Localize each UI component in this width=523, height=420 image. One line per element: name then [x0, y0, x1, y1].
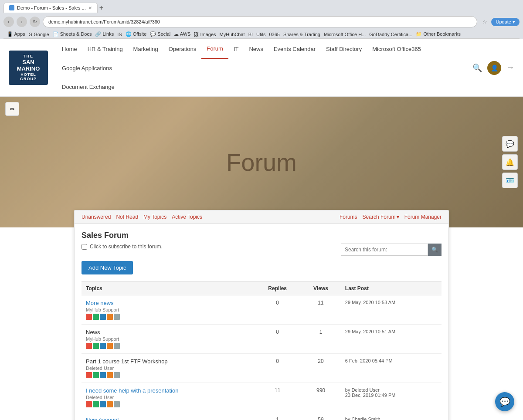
bookmark-msoffice[interactable]: Microsoft Office H...: [324, 31, 366, 37]
bookmark-sheets[interactable]: 📄 Sheets & Docs: [53, 31, 92, 37]
nav-it[interactable]: IT: [228, 40, 244, 58]
topic-last-post: 29 May, 2020 10:51 AM: [341, 325, 441, 354]
bookmark-utils[interactable]: Utils: [256, 31, 265, 37]
search-forum-link[interactable]: Search Forum ▾: [363, 214, 399, 220]
bookmark-images[interactable]: 🖼 Images: [194, 31, 216, 37]
topic-action-icon[interactable]: [100, 314, 106, 320]
topic-link[interactable]: I need some help with a presentation: [86, 387, 178, 394]
bookmark-shares[interactable]: Shares & Trading: [283, 31, 320, 37]
chat-fab[interactable]: 💬: [495, 392, 514, 411]
topic-action-icon[interactable]: [114, 401, 120, 407]
nav-hr[interactable]: HR & Training: [82, 40, 128, 58]
topic-replies: 0: [254, 354, 301, 383]
bookmark-offsite[interactable]: 🌐 Offsite: [126, 31, 147, 37]
bookmark-google[interactable]: G Google: [29, 31, 49, 37]
logout-icon[interactable]: →: [506, 63, 514, 72]
nav-document-exchange[interactable]: Document Exchange: [57, 78, 120, 96]
not-read-link[interactable]: Not Read: [116, 214, 138, 220]
bookmark-0365[interactable]: 0365: [269, 31, 279, 37]
topic-action-icon[interactable]: [107, 401, 113, 407]
nav-news[interactable]: News: [244, 40, 268, 58]
bookmark-icon[interactable]: ☆: [480, 17, 489, 27]
forums-breadcrumb-link[interactable]: Forums: [340, 214, 357, 220]
nav-events[interactable]: Events Calendar: [268, 40, 321, 58]
topic-action-icon[interactable]: [86, 343, 92, 349]
topic-author: MyHub Support: [86, 307, 250, 312]
nav-office365[interactable]: Microsoft Office365: [367, 40, 426, 58]
topic-action-icon[interactable]: [86, 401, 92, 407]
forum-manager-link[interactable]: Forum Manager: [404, 214, 441, 220]
topic-action-icon[interactable]: [114, 343, 120, 349]
logo-area[interactable]: THE SAN MARINO HOTEL GROUP: [9, 47, 48, 89]
logo-box: THE SAN MARINO HOTEL GROUP: [9, 51, 48, 85]
table-row: I need some help with a presentationDele…: [82, 383, 441, 412]
unanswered-link[interactable]: Unanswered: [82, 214, 111, 220]
topic-action-icon[interactable]: [86, 372, 92, 378]
nav-forum[interactable]: Forum: [201, 39, 228, 59]
active-topics-link[interactable]: Active Topics: [172, 214, 202, 220]
subscribe-row: Click to subscribe to this forum.: [82, 244, 163, 250]
subscribe-checkbox[interactable]: [82, 244, 87, 250]
back-button[interactable]: ‹: [3, 17, 14, 27]
new-tab-button[interactable]: +: [99, 4, 103, 12]
topic-action-icon[interactable]: [107, 343, 113, 349]
topic-author: Deleted User: [86, 395, 250, 400]
topic-action-icon[interactable]: [114, 314, 120, 320]
bookmark-is[interactable]: IS: [117, 31, 122, 37]
edit-button[interactable]: ✏: [5, 102, 19, 116]
add-new-topic-button-top[interactable]: Add New Topic: [82, 261, 133, 274]
forward-button[interactable]: ›: [17, 17, 27, 27]
id-card-icon[interactable]: 🪪: [502, 173, 518, 188]
topic-action-icon[interactable]: [86, 314, 92, 320]
topic-last-post: by Deleted User23 Dec, 2019 01:49 PM: [341, 383, 441, 412]
topic-action-icon[interactable]: [100, 401, 106, 407]
chat-icon[interactable]: 💬: [502, 136, 518, 152]
bookmark-bi[interactable]: BI: [248, 31, 253, 37]
topic-author: Deleted User: [86, 366, 250, 371]
bookmark-links[interactable]: 🔗 Links: [95, 31, 114, 37]
subscribe-label: Click to subscribe to this forum.: [90, 244, 163, 250]
nav-google-apps[interactable]: Google Applications: [57, 59, 117, 78]
nav-operations[interactable]: Operations: [163, 40, 202, 58]
last-post-col-header: Last Post: [341, 282, 441, 295]
forum-search-input[interactable]: [341, 244, 428, 256]
bookmark-myhubchat[interactable]: MyHubChat: [220, 31, 245, 37]
forum-search-button[interactable]: 🔍: [428, 244, 441, 256]
topic-action-icon[interactable]: [93, 401, 99, 407]
nav-marketing[interactable]: Marketing: [128, 40, 163, 58]
bookmark-other[interactable]: 📁 Other Bookmarks: [416, 31, 461, 37]
table-row: NewsMyHub Support0129 May, 2020 10:51 AM: [82, 325, 441, 354]
topic-views: 11: [301, 295, 341, 325]
my-topics-link[interactable]: My Topics: [143, 214, 166, 220]
tab-title: Demo - Forum - Sales - Sales ...: [17, 5, 86, 10]
bookmark-social[interactable]: 💬 Social: [150, 31, 170, 37]
bookmark-godaddy-cert[interactable]: GoDaddy Certifica...: [369, 31, 412, 37]
topic-action-icon[interactable]: [93, 314, 99, 320]
header-icons: 🔍 👤 →: [472, 61, 514, 75]
address-bar[interactable]: [43, 16, 477, 27]
topic-action-icon[interactable]: [100, 343, 106, 349]
topic-action-icon[interactable]: [100, 372, 106, 378]
topic-action-icon[interactable]: [93, 372, 99, 378]
topic-action-icon[interactable]: [107, 372, 113, 378]
search-icon[interactable]: 🔍: [472, 63, 482, 73]
topic-action-icon[interactable]: [93, 343, 99, 349]
topic-icons: [86, 401, 250, 407]
refresh-button[interactable]: ↻: [30, 17, 40, 27]
nav-home[interactable]: Home: [57, 40, 82, 58]
topic-link[interactable]: New Account: [86, 417, 119, 420]
bookmark-apps[interactable]: 📱 Apps: [7, 31, 25, 37]
tab-close-icon[interactable]: ✕: [88, 6, 92, 10]
update-button[interactable]: Update ▾: [491, 18, 520, 26]
topic-link[interactable]: More news: [86, 300, 114, 306]
topic-action-icon[interactable]: [107, 314, 113, 320]
bell-icon[interactable]: 🔔: [502, 154, 518, 170]
active-tab[interactable]: Demo - Forum - Sales - Sales ... ✕: [3, 3, 98, 13]
search-forum-label: Search Forum: [363, 214, 396, 220]
nav-staff-directory[interactable]: Staff Directory: [321, 40, 367, 58]
views-col-header: Views: [301, 282, 341, 295]
topic-action-icon[interactable]: [114, 372, 120, 378]
avatar[interactable]: 👤: [487, 61, 501, 75]
dropdown-icon: ▾: [397, 214, 399, 220]
bookmark-aws[interactable]: ☁ AWS: [174, 31, 190, 37]
